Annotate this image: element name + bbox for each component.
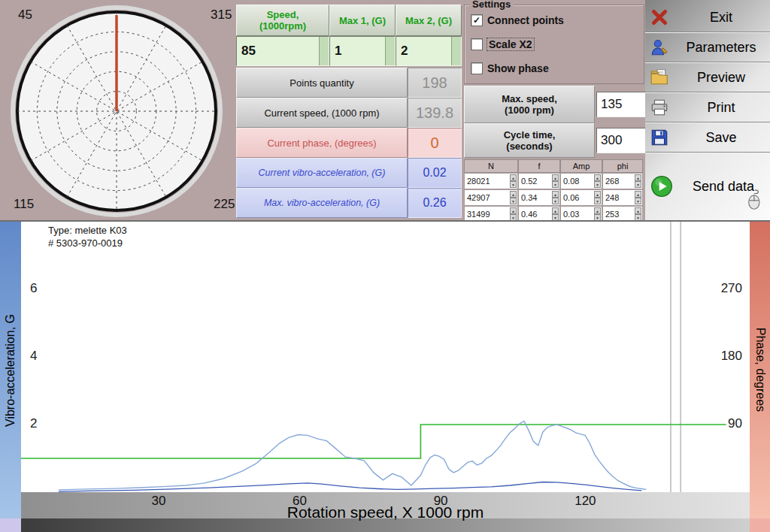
left-axis-bar: Vibro-acceleration, G [0,222,21,518]
polar-label-bottom-left: 115 [14,197,34,212]
cell-value: 0.06 [563,193,579,202]
exit-icon [650,8,669,27]
save-button[interactable]: Save [645,123,770,152]
print-button[interactable]: Print [645,93,770,122]
spinner[interactable]: ▲▼ [552,207,559,221]
polar-label-top-right: 315 [211,8,232,23]
bottom-left-corner [0,518,21,532]
right-axis-title: Phase, degrees [753,328,767,412]
save-icon [650,128,669,147]
plot-area: Type: melette K03 # 5303-970-0019 246901… [21,222,750,492]
preview-icon [650,68,669,87]
current-phase-label: Current phase, (degrees) [236,128,408,158]
table-cell[interactable]: 248▲▼ [602,189,643,206]
max-vibro-label: Max. vibro-acceleration, (G) [236,188,408,218]
show-phase-checkbox-row[interactable]: Show phase [471,62,549,74]
y-right-tick: 180 [721,349,742,364]
spinner[interactable]: ▲▼ [510,207,517,221]
spinner[interactable]: ▲▼ [594,191,601,204]
col-header-f: f [518,159,560,173]
cell-value: 0.08 [563,177,579,186]
max-speed-input[interactable] [596,92,647,117]
series-limit-profile [21,425,726,458]
parameters-icon [650,38,669,57]
spinner[interactable]: ▲▼ [510,191,517,204]
speed-input[interactable] [237,37,319,65]
print-icon [650,98,669,117]
plot-canvas [21,222,750,492]
col-header-n: N [464,159,518,173]
cell-value: 28021 [467,177,490,186]
connect-points-checkbox-row[interactable]: ✓ Connect points [471,14,564,26]
settings-group-title: Settings [469,0,514,10]
scale-x2-checkbox[interactable] [471,38,483,50]
y-left-tick: 6 [30,281,37,296]
current-speed-label: Current speed, (1000 rpm) [236,98,408,128]
spinner[interactable]: ▲▼ [635,174,641,188]
max1-field-button[interactable] [385,37,395,65]
polar-label-top-left: 45 [18,8,32,23]
measurement-table: N f Amp phi 28021▲▼ 0.52▲▼ 0.08▲▼ 268▲▼ … [464,159,644,222]
table-cell[interactable]: 0.34▲▼ [518,189,560,206]
preview-button-label: Preview [672,70,770,86]
connect-points-checkbox[interactable]: ✓ [471,14,483,26]
cell-value: 0.03 [563,210,579,219]
polar-label-bottom-right: 225 [214,197,235,212]
cell-value: 268 [605,177,619,186]
col-header-amp: Amp [560,159,602,173]
app-window: 45 315 115 225 Speed, (1000rpm) Max 1, (… [0,0,770,532]
y-left-tick: 4 [30,349,37,364]
table-cell[interactable]: 268▲▼ [602,173,643,189]
right-axis-bar: Phase, degrees [750,222,770,518]
max2-field-button[interactable] [451,37,461,65]
speed-field [236,36,329,66]
exit-button[interactable]: Exit [645,3,770,32]
cell-value: 0.34 [521,193,537,202]
spinner[interactable]: ▲▼ [594,207,601,221]
max-vibro-value: 0.26 [408,188,462,218]
table-cell[interactable]: 0.08▲▼ [560,173,602,189]
table-header-row: N f Amp phi [464,159,644,173]
plot-annotation: Type: melette K03 # 5303-970-0019 [48,225,127,250]
cell-value: 253 [605,210,619,219]
spinner[interactable]: ▲▼ [635,191,641,204]
cell-value: 0.46 [521,210,537,219]
y-right-tick: 270 [721,281,742,296]
left-axis-title: Vibro-acceleration, G [4,314,17,427]
show-phase-checkbox[interactable] [471,62,483,74]
current-vibro-label: Current vibro-acceleration, (G) [236,158,408,188]
preview-button[interactable]: Preview [645,63,770,92]
max1-input[interactable] [330,37,385,65]
table-row: 42907▲▼ 0.34▲▼ 0.06▲▼ 248▲▼ [464,189,644,206]
polar-chart [2,2,232,221]
spinner[interactable]: ▲▼ [552,191,559,204]
connect-points-label: Connect points [487,14,564,26]
spinner[interactable]: ▲▼ [594,174,601,188]
spinner[interactable]: ▲▼ [510,174,517,188]
series-secondary-vibro [59,482,641,492]
table-cell[interactable]: 42907▲▼ [464,189,518,206]
scale-x2-checkbox-row[interactable]: Scale X2 [471,38,534,50]
spinner[interactable]: ▲▼ [635,207,641,221]
cycle-time-input[interactable] [596,128,647,153]
table-cell[interactable]: 28021▲▼ [464,173,518,189]
cell-value: 31499 [467,210,490,219]
x-axis-title: Rotation speed, X 1000 rpm [21,503,750,521]
series-vibro-acceleration [59,422,647,490]
parameters-button[interactable]: Parameters [645,33,770,62]
max2-field [396,36,462,66]
polar-panel: 45 315 115 225 [0,0,235,220]
max2-input[interactable] [396,37,451,65]
scale-x2-label: Scale X2 [487,38,534,50]
save-button-label: Save [672,130,770,146]
table-cell[interactable]: 0.06▲▼ [560,189,602,206]
table-row: 28021▲▼ 0.52▲▼ 0.08▲▼ 268▲▼ [464,173,644,189]
spinner[interactable]: ▲▼ [552,174,559,188]
show-phase-label: Show phase [487,62,549,74]
settings-group: Settings ✓ Connect points Scale X2 Show … [464,5,644,84]
current-speed-value: 139.8 [408,98,462,128]
table-cell[interactable]: 0.52▲▼ [518,173,560,189]
parameters-button-label: Parameters [672,40,770,56]
top-panel: 45 315 115 225 Speed, (1000rpm) Max 1, (… [0,0,770,220]
speed-field-button[interactable] [319,37,329,65]
